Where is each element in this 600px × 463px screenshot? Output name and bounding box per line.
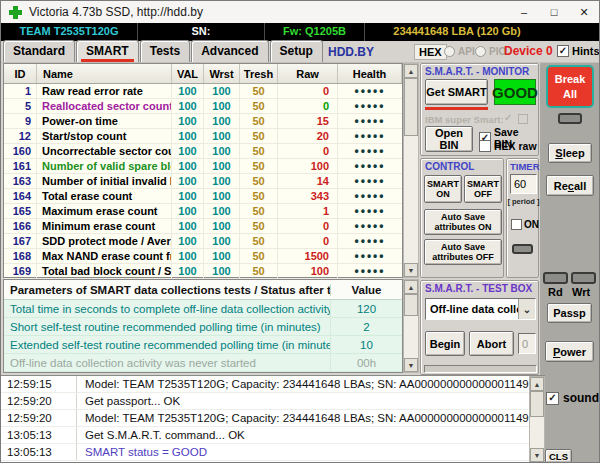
column-header-raw[interactable]: Raw: [278, 64, 338, 83]
health-dots: •••••: [338, 84, 402, 98]
cell-name: Max NAND erase count fr...: [37, 249, 172, 263]
tab-smart[interactable]: SMART: [76, 40, 139, 62]
auto-save-attributes-off-button[interactable]: Auto Save attributes OFF: [424, 239, 502, 265]
scroll-down-icon[interactable]: ▼: [530, 448, 544, 462]
abort-test-button[interactable]: Abort: [469, 331, 514, 356]
table-row[interactable]: 167SDD protect mode / Aver...100100500••…: [4, 234, 402, 249]
minimize-icon[interactable]: –: [509, 1, 539, 23]
cell-id: 160: [4, 144, 37, 158]
scroll-up-icon[interactable]: ▲: [404, 280, 418, 294]
tab-advanced[interactable]: Advanced: [191, 40, 268, 62]
smart-on-button[interactable]: SMART ON: [424, 175, 462, 203]
hints-checkbox[interactable]: [557, 45, 569, 57]
auto-save-attributes-on-button[interactable]: Auto Save attributes ON: [424, 209, 502, 235]
tab-setup[interactable]: Setup: [270, 40, 323, 62]
passport-button[interactable]: Passp: [547, 303, 592, 323]
table-row[interactable]: 5Reallocated sector count100100500•••••: [4, 99, 402, 114]
table-row[interactable]: 161Number of valid spare blo...100100501…: [4, 159, 402, 174]
table-row[interactable]: 168Max NAND erase count fr...10010050150…: [4, 249, 402, 264]
cell-tresh: 50: [240, 114, 278, 128]
test-type-dropdown[interactable]: Off-line data collect ⌄: [425, 298, 536, 320]
parameter-row[interactable]: Short self-test routine recommended poll…: [4, 318, 402, 336]
table-row[interactable]: 163Number of initial invalid bl...100100…: [4, 174, 402, 189]
chevron-down-icon[interactable]: ⌄: [518, 299, 535, 319]
sound-checkbox[interactable]: [546, 392, 559, 405]
scrollbar-thumb[interactable]: [404, 294, 418, 316]
tab-tests[interactable]: Tests: [140, 40, 190, 62]
right-toolbar-strip: Break All Sleep Recall Rd Wrt Passp Powe…: [540, 63, 600, 463]
scrollbar-thumb[interactable]: [404, 78, 418, 136]
maximize-icon[interactable]: □: [539, 1, 569, 23]
smart-table-scrollbar[interactable]: ▲ ▼: [403, 63, 419, 278]
begin-test-button[interactable]: Begin: [425, 331, 465, 356]
parameters-scrollbar[interactable]: ▲ ▼: [403, 279, 419, 373]
sleep-button[interactable]: Sleep: [548, 143, 592, 163]
clear-log-button[interactable]: CLS: [545, 449, 572, 463]
table-row[interactable]: 169Total bad block count / S...100100501…: [4, 264, 402, 279]
column-header-name[interactable]: Name: [37, 64, 172, 83]
recall-button[interactable]: Recall: [546, 175, 594, 196]
cell-id: 165: [4, 204, 37, 218]
parameter-row[interactable]: Total time in seconds to complete off-li…: [4, 300, 402, 318]
column-header-val[interactable]: VAL: [172, 64, 204, 83]
smart-table-header: IDNameVALWrstTreshRawHealth: [4, 64, 402, 84]
cell-tresh: 50: [240, 84, 278, 98]
tab-list: StandardSMARTTestsAdvancedSetup: [3, 40, 324, 62]
break-all-button[interactable]: Break All: [546, 65, 594, 108]
health-dots: •••••: [338, 129, 402, 143]
drive-info-bar: TEAM T2535T120G SN: AA000000000000001149…: [1, 23, 599, 41]
table-row[interactable]: 164Total erase count10010050343•••••: [4, 189, 402, 204]
table-row[interactable]: 1Raw read error rate100100500•••••: [4, 84, 402, 99]
test-counter-field: 0: [518, 333, 536, 354]
table-row[interactable]: 160Uncorrectable sector cou...100100500•…: [4, 144, 402, 159]
hex-toggle[interactable]: HEX: [414, 44, 447, 60]
parameter-text: Short self-test routine recommended poll…: [4, 321, 330, 333]
cell-raw: 0: [278, 84, 338, 98]
open-bin-button[interactable]: Open BIN: [425, 126, 473, 152]
cell-name: Total erase count: [37, 189, 172, 203]
cell-raw: 0: [278, 99, 338, 113]
close-icon[interactable]: ✕: [569, 1, 599, 23]
tab-standard[interactable]: Standard: [3, 40, 75, 62]
scroll-up-icon[interactable]: ▲: [530, 377, 544, 391]
parameter-row[interactable]: Extended self-test routine recommended p…: [4, 336, 402, 354]
cell-tresh: 50: [240, 264, 278, 278]
pio-radio-group: PIO: [475, 46, 506, 57]
table-row[interactable]: 166Minimum erase count100100500•••••: [4, 219, 402, 234]
health-dots: •••••: [338, 219, 402, 233]
timer-on-checkbox[interactable]: [511, 219, 522, 230]
parameters-body: Total time in seconds to complete off-li…: [4, 300, 402, 372]
smart-status-badge: GOOD: [494, 79, 536, 105]
timer-period-input[interactable]: 60: [510, 174, 537, 194]
log-timestamp: 12:59:15: [1, 376, 77, 392]
cell-tresh: 50: [240, 159, 278, 173]
cell-tresh: 50: [240, 99, 278, 113]
parameter-text: Off-line data collection activity was ne…: [4, 357, 330, 369]
write-activity-led: [571, 272, 596, 284]
smart-off-button[interactable]: SMART OFF: [464, 175, 502, 203]
cell-wrst: 100: [204, 219, 240, 233]
cell-name: SDD protect mode / Aver...: [37, 234, 172, 248]
hex-raw-checkbox[interactable]: [479, 140, 491, 152]
column-header-health[interactable]: Health: [338, 64, 402, 83]
column-header-id[interactable]: ID: [4, 64, 37, 83]
power-button[interactable]: Power: [545, 341, 594, 362]
active-tab-underline: [81, 59, 134, 62]
scroll-down-icon[interactable]: ▼: [404, 263, 418, 277]
log-scrollbar[interactable]: ▲ ▼: [529, 376, 545, 463]
cell-wrst: 100: [204, 249, 240, 263]
scroll-up-icon[interactable]: ▲: [404, 64, 418, 78]
cell-id: 5: [4, 99, 37, 113]
table-row[interactable]: 9Power-on time1001005015•••••: [4, 114, 402, 129]
log-timestamp: 13:05:13: [1, 444, 77, 460]
scrollbar-thumb[interactable]: [530, 391, 544, 417]
table-row[interactable]: 12Start/stop count1001005020•••••: [4, 129, 402, 144]
column-header-wrst[interactable]: Wrst: [204, 64, 240, 83]
get-smart-button[interactable]: Get SMART: [425, 79, 488, 105]
parameter-row[interactable]: Off-line data collection activity was ne…: [4, 354, 402, 372]
scroll-down-icon[interactable]: ▼: [404, 358, 418, 372]
table-row[interactable]: 165Maximum erase count100100501•••••: [4, 204, 402, 219]
health-dots: •••••: [338, 249, 402, 263]
sound-label: sound: [563, 391, 599, 405]
column-header-tresh[interactable]: Tresh: [240, 64, 278, 83]
